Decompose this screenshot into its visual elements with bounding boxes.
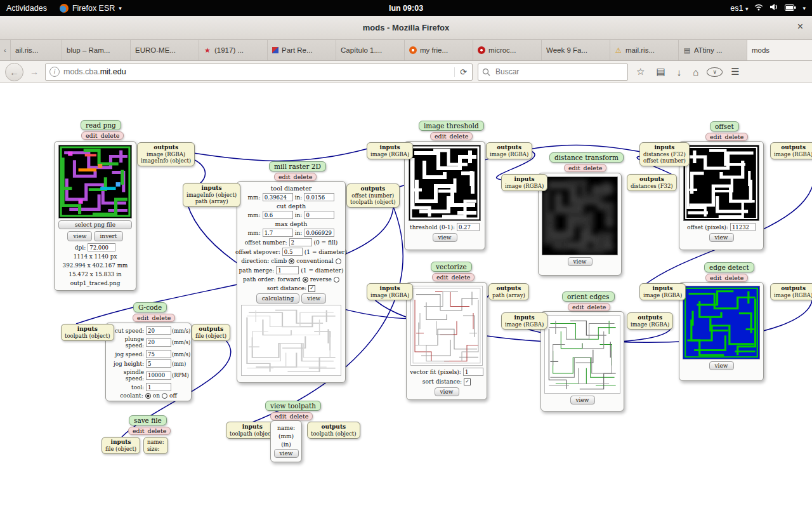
view-button[interactable]: view	[67, 231, 92, 241]
volume-icon[interactable]	[769, 3, 778, 13]
sort-distance-checkbox[interactable]: ✓	[308, 285, 315, 292]
coolant-on-radio[interactable]	[145, 393, 151, 399]
module-distance-transform-label[interactable]: distance transform	[549, 152, 624, 163]
clock[interactable]: lun 09:03	[389, 4, 423, 13]
output-port[interactable]: distances (F32)	[631, 183, 673, 190]
bookmarks-sidebar-icon[interactable]: ▤	[653, 66, 668, 77]
input-port[interactable]: image (RGBA)	[505, 321, 544, 328]
coolant-off-radio[interactable]	[162, 393, 167, 399]
pocket-icon[interactable]: ∨	[707, 67, 723, 77]
view-button[interactable]: view	[709, 233, 734, 242]
output-port[interactable]: image (RGBA)	[141, 151, 191, 158]
edit-link[interactable]: edit	[86, 132, 98, 139]
hamburger-menu-icon[interactable]: ☰	[728, 66, 742, 77]
module-gcode-label[interactable]: G-code	[133, 302, 167, 312]
output-port[interactable]: toolpath (object)	[311, 431, 357, 438]
tab-8[interactable]: Week 9 Fa...	[542, 40, 610, 60]
module-image-threshold-label[interactable]: image threshold	[419, 121, 484, 131]
module-vectorize-label[interactable]: vectorize	[431, 262, 472, 272]
cut-depth-in-input[interactable]	[304, 211, 334, 219]
output-port[interactable]: imageInfo (object)	[141, 157, 191, 164]
max-depth-mm-input[interactable]	[263, 229, 293, 237]
module-save-file-label[interactable]: save file	[129, 415, 167, 425]
sort-distance-checkbox[interactable]: ✓	[464, 378, 471, 385]
module-read-png-label[interactable]: read png	[81, 120, 121, 130]
input-port[interactable]: toolpath (object)	[230, 431, 275, 438]
tab-7[interactable]: microc...	[473, 40, 542, 60]
tab-3[interactable]: ★(1917) ...	[199, 40, 268, 60]
tab-6[interactable]: my frie...	[405, 40, 473, 60]
input-port[interactable]: image (RGBA)	[370, 292, 409, 299]
activities-button[interactable]: Actividades	[0, 0, 53, 16]
output-port[interactable]: offset (number)	[350, 192, 396, 199]
forward-radio[interactable]	[303, 277, 308, 283]
output-port[interactable]: image (RGBA)	[774, 292, 812, 299]
module-orient-edges-label[interactable]: orient edges	[562, 291, 615, 302]
offset-pixels-input[interactable]	[730, 223, 756, 231]
tab-0[interactable]: ail.ris...	[11, 40, 62, 60]
cut-depth-mm-input[interactable]	[263, 211, 293, 219]
view-button[interactable]: view	[433, 233, 457, 242]
delete-link[interactable]: delete	[450, 133, 469, 140]
delete-link[interactable]: delete	[725, 274, 744, 281]
tab-10[interactable]: ▤ATtiny ...	[679, 40, 747, 60]
forward-button[interactable]: →	[29, 67, 40, 77]
wifi-icon[interactable]	[754, 3, 763, 13]
edit-link[interactable]: edit	[435, 133, 447, 140]
module-mill-raster-label[interactable]: mill raster 2D	[269, 161, 326, 171]
jog-height-input[interactable]	[146, 359, 171, 368]
edit-link[interactable]: edit	[710, 274, 722, 281]
delete-link[interactable]: delete	[584, 164, 603, 171]
input-port[interactable]: toolpath (object)	[65, 333, 110, 340]
offset-number-input[interactable]	[289, 238, 312, 246]
tab-mods-active[interactable]: mods×	[747, 40, 812, 60]
window-close-button[interactable]: ×	[797, 21, 803, 32]
search-input[interactable]	[494, 67, 627, 77]
tab-4[interactable]: Part Re...	[268, 40, 336, 60]
input-port[interactable]: path (array)	[187, 198, 237, 205]
view-button[interactable]: view	[709, 361, 734, 370]
search-bar[interactable]	[478, 64, 628, 81]
edit-link[interactable]: edit	[436, 274, 449, 281]
module-offset-label[interactable]: offset	[710, 121, 739, 131]
reload-icon[interactable]: ⟳	[454, 67, 472, 77]
climb-radio[interactable]	[289, 258, 294, 264]
bookmark-star-icon[interactable]: ☆	[633, 66, 648, 77]
output-port[interactable]: path (array)	[492, 292, 525, 299]
edit-link[interactable]: edit	[278, 173, 291, 180]
mods-canvas[interactable]: read png edit delete outputs image (RGBA…	[0, 83, 812, 508]
system-menu-chevron[interactable]: ▾	[802, 5, 806, 11]
vector-fit-input[interactable]	[463, 368, 483, 376]
delete-link[interactable]: delete	[587, 304, 606, 311]
output-port[interactable]: image (RGBA)	[490, 151, 528, 158]
tool-input[interactable]	[146, 383, 171, 391]
delete-link[interactable]: delete	[294, 173, 313, 180]
edit-link[interactable]: edit	[572, 304, 584, 311]
edit-link[interactable]: edit	[710, 133, 722, 140]
output-port[interactable]: toolpath (object)	[350, 199, 396, 206]
home-icon[interactable]: ⌂	[690, 67, 702, 77]
view-button[interactable]: view	[301, 293, 326, 304]
tab-5[interactable]: Capítulo 1....	[336, 40, 405, 60]
view-button[interactable]: view	[568, 257, 593, 266]
edit-link[interactable]: edit	[137, 314, 149, 321]
reverse-radio[interactable]	[334, 277, 339, 283]
edit-link[interactable]: edit	[133, 427, 145, 434]
delete-link[interactable]: delete	[290, 413, 309, 420]
conventional-radio[interactable]	[336, 258, 341, 264]
tool-diameter-in-input[interactable]	[304, 193, 334, 201]
edit-link[interactable]: edit	[275, 413, 287, 420]
app-menu[interactable]: Firefox ESR▾	[53, 0, 128, 16]
input-port[interactable]: image (RGBA)	[505, 183, 544, 190]
module-view-toolpath-label[interactable]: view toolpath	[265, 401, 321, 411]
delete-link[interactable]: delete	[725, 133, 744, 140]
site-info-icon[interactable]: i	[49, 67, 60, 77]
input-port[interactable]: image (RGBA)	[370, 151, 409, 158]
delete-link[interactable]: delete	[148, 427, 167, 434]
module-edge-detect-label[interactable]: edge detect	[704, 262, 754, 272]
input-port[interactable]: image (RGBA)	[643, 292, 682, 299]
delete-link[interactable]: delete	[101, 132, 120, 139]
view-button[interactable]: view	[570, 396, 595, 404]
delete-link[interactable]: delete	[152, 314, 171, 321]
input-port[interactable]: distances (F32)	[643, 151, 686, 158]
